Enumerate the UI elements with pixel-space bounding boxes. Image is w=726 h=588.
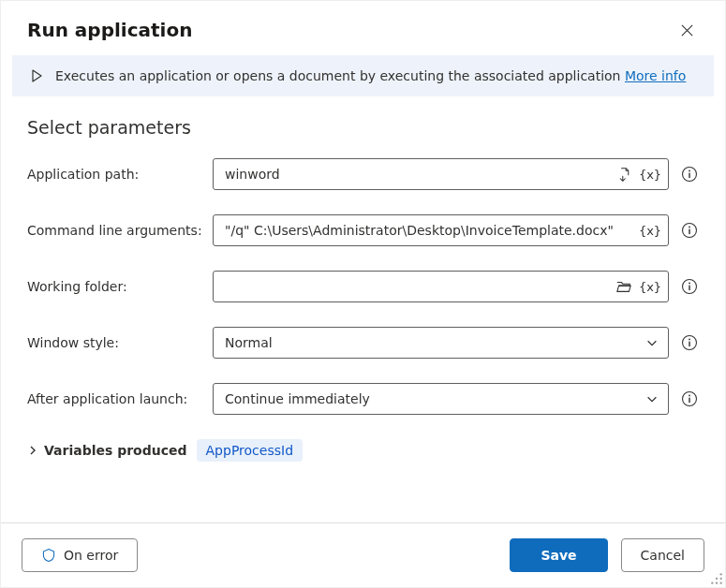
label-application-path: Application path: — [27, 167, 213, 182]
info-button-working-folder[interactable] — [680, 277, 699, 296]
folder-picker-button[interactable] — [614, 276, 634, 297]
info-icon — [681, 334, 698, 351]
save-label: Save — [541, 548, 576, 563]
svg-point-15 — [720, 573, 722, 575]
file-picker-button[interactable] — [614, 164, 634, 184]
row-application-path: Application path: {x} — [27, 158, 699, 190]
label-after-launch: After application launch: — [27, 391, 213, 406]
resize-grip-icon[interactable] — [710, 572, 723, 585]
close-icon — [680, 23, 694, 37]
label-working-folder: Working folder: — [27, 279, 213, 294]
chevron-right-icon — [27, 445, 38, 456]
variable-pill[interactable]: AppProcessId — [197, 439, 303, 462]
field-working-folder: {x} — [213, 271, 669, 302]
row-after-launch: After application launch: Continue immed… — [27, 383, 699, 415]
save-button[interactable]: Save — [510, 538, 607, 572]
svg-rect-11 — [689, 342, 689, 346]
field-command-line-args: {x} — [213, 214, 669, 246]
label-command-line-args: Command line arguments: — [27, 223, 213, 238]
window-style-value: Normal — [225, 335, 273, 350]
on-error-label: On error — [64, 548, 118, 563]
svg-point-18 — [711, 582, 713, 584]
application-path-input[interactable] — [223, 159, 614, 189]
file-arrow-icon — [616, 167, 632, 183]
svg-point-19 — [716, 582, 718, 584]
after-launch-value: Continue immediately — [225, 391, 370, 406]
chevron-down-icon — [645, 392, 659, 405]
svg-point-20 — [720, 582, 722, 584]
svg-rect-14 — [689, 398, 689, 403]
info-icon — [681, 166, 698, 183]
svg-point-7 — [689, 283, 690, 285]
svg-point-4 — [689, 227, 690, 228]
info-button-after-launch[interactable] — [680, 390, 699, 408]
variables-produced-expander[interactable]: Variables produced — [27, 443, 187, 458]
variables-produced-label: Variables produced — [44, 443, 187, 458]
more-info-link[interactable]: More info — [625, 68, 686, 83]
row-window-style: Window style: Normal — [27, 327, 699, 359]
dialog-footer: On error Save Cancel — [1, 522, 725, 587]
svg-rect-8 — [689, 286, 689, 290]
on-error-button[interactable]: On error — [22, 538, 138, 572]
info-icon — [681, 278, 698, 295]
svg-rect-2 — [689, 173, 689, 178]
insert-variable-button[interactable]: {x} — [640, 276, 660, 297]
play-icon — [29, 68, 44, 83]
cancel-label: Cancel — [641, 548, 685, 563]
run-application-dialog: Run application Executes an application … — [0, 0, 726, 588]
insert-variable-button[interactable]: {x} — [640, 164, 660, 184]
close-button[interactable] — [674, 18, 699, 42]
shield-icon — [41, 548, 56, 563]
banner-text-wrap: Executes an application or opens a docum… — [55, 68, 686, 83]
svg-point-16 — [716, 578, 718, 580]
svg-point-17 — [720, 578, 722, 580]
banner-text: Executes an application or opens a docum… — [55, 68, 625, 83]
label-window-style: Window style: — [27, 335, 213, 350]
svg-point-13 — [689, 395, 690, 397]
info-banner: Executes an application or opens a docum… — [12, 55, 714, 96]
cancel-button[interactable]: Cancel — [621, 538, 704, 572]
info-button-args[interactable] — [680, 221, 699, 240]
folder-open-icon — [615, 278, 632, 295]
insert-variable-button[interactable]: {x} — [640, 220, 660, 241]
svg-point-10 — [689, 339, 690, 341]
svg-rect-5 — [689, 229, 689, 234]
dialog-body: Select parameters Application path: {x} — [1, 96, 725, 522]
field-application-path: {x} — [213, 158, 669, 190]
info-button-app-path[interactable] — [680, 165, 699, 184]
section-title: Select parameters — [27, 117, 699, 138]
info-button-window-style[interactable] — [680, 333, 699, 352]
after-launch-select[interactable]: Continue immediately — [213, 383, 669, 415]
chevron-down-icon — [645, 336, 659, 349]
command-line-args-input[interactable] — [223, 215, 640, 245]
info-icon — [681, 222, 698, 239]
variables-produced-row: Variables produced AppProcessId — [27, 439, 699, 462]
info-icon — [681, 390, 698, 407]
svg-point-1 — [689, 170, 690, 172]
row-command-line-args: Command line arguments: {x} — [27, 214, 699, 246]
window-style-select[interactable]: Normal — [213, 327, 669, 359]
dialog-header: Run application — [1, 1, 725, 55]
row-working-folder: Working folder: {x} — [27, 271, 699, 302]
dialog-title: Run application — [27, 19, 192, 41]
working-folder-input[interactable] — [223, 272, 614, 301]
